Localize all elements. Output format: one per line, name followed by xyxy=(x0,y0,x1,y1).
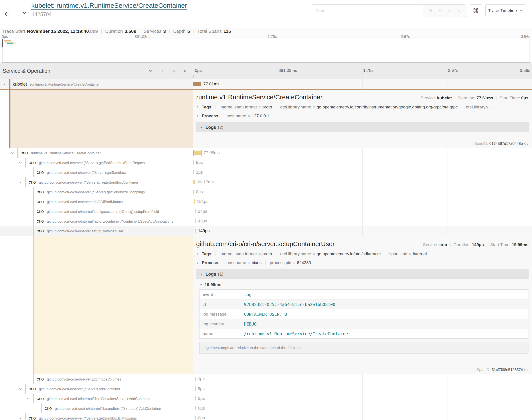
chevron-down-icon[interactable] xyxy=(2,82,6,86)
span-name[interactable]: criogithub.com/cri-o/cri-o/server.(*Serv… xyxy=(29,158,146,167)
span-row-kubelet-createcontainer[interactable]: kubeletruntime.v1.RuntimeService/CreateC… xyxy=(0,79,532,89)
log-entry-header[interactable]: 19.99ms xyxy=(193,279,532,288)
span-bar[interactable] xyxy=(195,377,196,381)
keyboard-shortcuts-button[interactable]: ⌘ xyxy=(470,4,482,17)
span-row-sandbox-addcontainer[interactable]: criogithub.com/cri-o/cri-o/internal/lib/… xyxy=(0,403,532,413)
chevron-down-icon xyxy=(21,10,28,16)
span-name[interactable]: crioruntime.v1.RuntimeService/CreateCont… xyxy=(21,148,101,158)
span-row-addocibindmounts[interactable]: criogithub.com/cri-o/cri-o/server.addOCI… xyxy=(0,197,532,207)
collapse-all-icon[interactable] xyxy=(171,69,176,73)
link-icon[interactable] xyxy=(524,142,529,146)
tick-label: 0μs xyxy=(195,68,202,73)
span-row-getsandboxidmappings-2[interactable]: criogithub.com/cri-o/cri-o/server.(*Serv… xyxy=(0,413,532,420)
span-row-getpodsandboxfromrequest[interactable]: criogithub.com/cri-o/cri-o/server.(*Serv… xyxy=(0,158,532,167)
span-bar[interactable] xyxy=(195,229,196,233)
span-name[interactable]: criogithub.com/cri-o/cri-o/server.(*Serv… xyxy=(29,384,120,394)
span-name[interactable]: criogithub.com/cri-o/cri-o/server.addIma… xyxy=(37,374,121,384)
total-spans-label: Total Spans xyxy=(197,29,222,34)
span-name[interactable]: criogithub.com/cri-o/cri-o/internal/conf… xyxy=(37,207,159,216)
minimap[interactable] xyxy=(2,39,530,62)
span-bar[interactable] xyxy=(195,396,196,401)
find-input[interactable] xyxy=(312,5,423,17)
span-bar[interactable] xyxy=(195,219,196,223)
chevron-down-icon[interactable] xyxy=(26,397,31,401)
span-name[interactable]: criogithub.com/cri-o/cri-o/server.(*Serv… xyxy=(37,167,126,177)
span-name[interactable]: criogithub.com/cri-o/cri-o/server.(*Serv… xyxy=(37,187,145,197)
log-field-row: log.severity DEBUG xyxy=(200,319,528,329)
expand-one-icon[interactable] xyxy=(160,69,164,73)
view-selector-button[interactable]: Trace Timeline xyxy=(485,4,525,17)
service-operation-title: Service & Operation xyxy=(3,68,148,74)
focus-match-icon[interactable] xyxy=(428,8,433,13)
span-row-createsandboxcontainer[interactable]: criogithub.com/cri-o/cri-o/server.(*Serv… xyxy=(0,177,532,187)
span-bar[interactable] xyxy=(193,82,201,86)
span-name[interactable]: criogithub.com/cri-o/cri-o/internal/fact… xyxy=(37,216,173,226)
span-row-crio-createcontainer[interactable]: crioruntime.v1.RuntimeService/CreateCont… xyxy=(0,148,532,158)
span-duration: 20.17ms xyxy=(198,177,214,187)
chevron-right-icon xyxy=(196,114,200,118)
span-bar[interactable] xyxy=(193,160,194,165)
find-group xyxy=(312,4,466,17)
back-button[interactable] xyxy=(0,0,14,28)
chevron-down-icon[interactable] xyxy=(18,416,22,420)
tag-kv: span.kind=internal xyxy=(385,252,431,256)
process-row[interactable]: Process: host.name=127.0.0.1 xyxy=(193,112,532,120)
collapse-one-icon[interactable] xyxy=(148,69,153,73)
span-id-value: 0174567d17a0448e xyxy=(489,141,523,146)
span-name[interactable]: criogithub.com/cri-o/cri-o/internal/lib.… xyxy=(37,394,151,403)
service-color-bar xyxy=(33,226,34,236)
detail-meta: Service: crioDuration: 149μsStart Time: … xyxy=(423,242,529,247)
expand-all-icon[interactable] xyxy=(183,69,188,73)
service-color-strip xyxy=(33,236,34,374)
chevron-down-icon xyxy=(200,272,203,276)
chevron-down-icon[interactable] xyxy=(18,180,22,184)
link-icon[interactable] xyxy=(524,368,529,372)
span-name[interactable]: criogithub.com/cri-o/cri-o/server.setupC… xyxy=(37,226,123,236)
span-id-value: 51cf7f38e5128574 xyxy=(492,368,523,372)
span-row-addcontainer[interactable]: criogithub.com/cri-o/cri-o/server.(*Serv… xyxy=(0,384,532,394)
logs-accordion[interactable]: Logs(2) xyxy=(196,122,529,132)
minimap-scrubber-handle[interactable] xyxy=(2,39,3,47)
span-bar[interactable] xyxy=(193,180,195,184)
clear-search-icon[interactable] xyxy=(456,8,461,13)
span-name[interactable]: criogithub.com/cri-o/cri-o/server.(*Serv… xyxy=(29,413,137,420)
span-row-getsandbox[interactable]: criogithub.com/cri-o/cri-o/server.(*Serv… xyxy=(0,167,532,177)
trace-title-link[interactable]: kubelet: runtime.v1.RuntimeService/Creat… xyxy=(31,2,187,9)
service-color-bar xyxy=(41,403,42,413)
trace-collapse-toggle[interactable] xyxy=(21,10,28,16)
span-name[interactable]: kubeletruntime.v1.RuntimeService/CreateC… xyxy=(13,79,100,89)
detail-content: runtime.v1.RuntimeService/CreateContaine… xyxy=(193,90,532,148)
span-bar[interactable] xyxy=(195,416,196,420)
span-bar[interactable] xyxy=(194,150,201,155)
logs-accordion[interactable]: Logs(1) xyxy=(196,269,529,279)
span-row-specaddannotations[interactable]: criogithub.com/cri-o/cri-o/internal/fact… xyxy=(0,216,532,226)
tags-row[interactable]: Tags: internal.span.format=proto otel.li… xyxy=(193,103,532,112)
detail-gutter xyxy=(0,236,193,374)
span-bar[interactable] xyxy=(194,199,195,204)
span-row-addimagevolumes[interactable]: criogithub.com/cri-o/cri-o/server.addIma… xyxy=(0,374,532,384)
chevron-down-icon[interactable] xyxy=(18,161,22,165)
tags-row[interactable]: Tags: internal.span.format=proto otel.li… xyxy=(193,250,532,258)
span-name[interactable]: criogithub.com/cri-o/cri-o/internal/lib/… xyxy=(45,403,161,413)
span-name[interactable]: criogithub.com/cri-o/cri-o/server.addOCI… xyxy=(37,197,123,207)
span-row-containerserver-addcontainer[interactable]: criogithub.com/cri-o/cri-o/internal/lib.… xyxy=(0,394,532,403)
prev-match-icon[interactable] xyxy=(438,8,442,13)
trace-start-fraction: .809 xyxy=(89,29,98,34)
process-row[interactable]: Process: host.name=nixos process.pid=624… xyxy=(193,258,532,267)
trace-start-value: November 15 2022, 11:19:40 xyxy=(27,29,89,34)
span-bar[interactable] xyxy=(195,387,196,391)
chevron-down-icon[interactable] xyxy=(10,151,15,155)
span-row-setupcontaineruser[interactable]: criogithub.com/cri-o/cri-o/server.setupC… xyxy=(0,226,532,236)
timeline-axis: 0μs 891.02ms 1.78s 2.67s 3.56s xyxy=(193,63,532,79)
span-row-seccomp-setupfromfield[interactable]: criogithub.com/cri-o/cri-o/internal/conf… xyxy=(0,207,532,216)
span-bar[interactable] xyxy=(193,170,194,174)
service-color-bar xyxy=(25,384,26,394)
span-bar[interactable] xyxy=(195,209,196,213)
span-bar[interactable] xyxy=(195,406,196,410)
span-row-getsandboxidmappings[interactable]: criogithub.com/cri-o/cri-o/server.(*Serv… xyxy=(0,187,532,197)
next-match-icon[interactable] xyxy=(447,8,452,13)
chevron-down-icon[interactable] xyxy=(18,387,22,391)
span-bar[interactable] xyxy=(193,190,194,194)
span-name[interactable]: criogithub.com/cri-o/cri-o/server.(*Serv… xyxy=(29,177,138,187)
minimap-right-bound xyxy=(530,39,530,62)
